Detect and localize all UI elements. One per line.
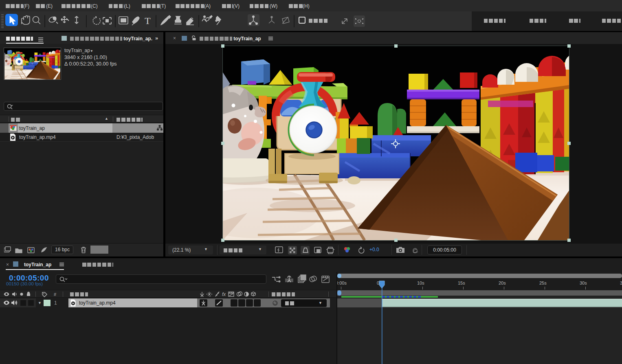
svg-text:T: T: [145, 15, 151, 26]
svg-text:fx: fx: [222, 292, 226, 297]
svg-text:#: #: [54, 292, 57, 297]
